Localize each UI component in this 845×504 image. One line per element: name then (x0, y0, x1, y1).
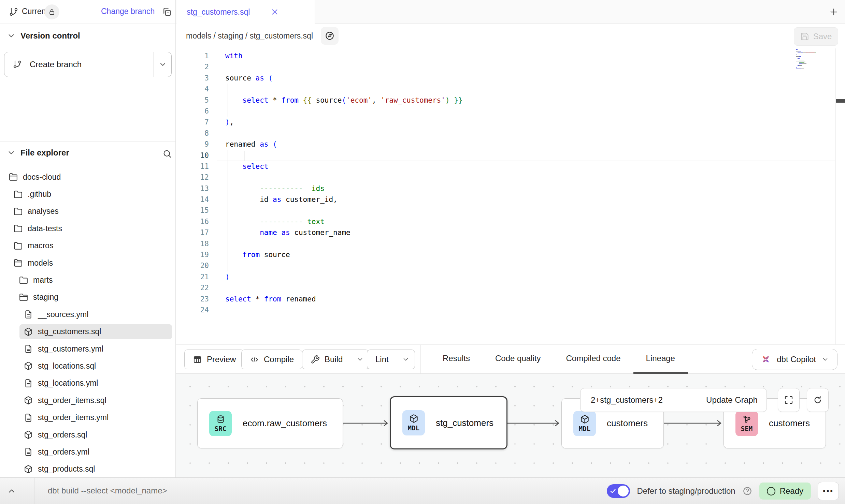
new-tab-plus-icon[interactable] (829, 7, 839, 17)
line-number-14[interactable]: 14 (176, 194, 209, 205)
search-icon[interactable] (162, 149, 172, 159)
code-line-9[interactable]: renamed as ( (225, 139, 462, 150)
code-line-8[interactable] (225, 128, 462, 139)
more-options-button[interactable]: ••• (818, 482, 839, 500)
code-content[interactable]: with source as ( select * from {{ source… (225, 50, 462, 315)
line-number-15[interactable]: 15 (176, 205, 209, 216)
fullscreen-button[interactable] (778, 388, 800, 412)
tree-item-docs-cloud[interactable]: docs-cloud (0, 168, 175, 186)
code-line-7[interactable]: ), (225, 117, 462, 128)
code-line-10[interactable] (225, 150, 462, 161)
selector-input[interactable]: 2+stg_customers+2 (581, 388, 697, 412)
code-line-3[interactable]: source as ( (225, 73, 462, 84)
code-line-6[interactable] (225, 106, 462, 117)
dbt-copilot-button[interactable]: dbt Copilot (752, 349, 837, 370)
tree-item-stg-products-sql[interactable]: stg_products.sql (0, 461, 175, 478)
line-number-13[interactable]: 13 (176, 183, 209, 194)
version-control-header[interactable]: Version control (7, 31, 80, 41)
code-line-17[interactable]: name as customer_name (225, 227, 462, 238)
tree-item-stg-customers-sql[interactable]: stg_customers.sql (0, 323, 175, 340)
code-line-23[interactable]: select * from renamed (225, 294, 462, 305)
line-number-1[interactable]: 1 (176, 50, 209, 61)
line-number-24[interactable]: 24 (176, 305, 209, 315)
minimap[interactable] (796, 49, 830, 73)
build-dropdown[interactable] (351, 350, 369, 369)
help-icon[interactable] (742, 486, 753, 496)
line-number-5[interactable]: 5 (176, 95, 209, 106)
code-line-22[interactable] (225, 282, 462, 293)
line-number-21[interactable]: 21 (176, 271, 209, 282)
code-line-5[interactable]: select * from {{ source('ecom', 'raw_cus… (225, 95, 462, 106)
tab-compiled-code[interactable]: Compiled code (553, 345, 633, 374)
tab-results[interactable]: Results (430, 345, 483, 374)
line-number-3[interactable]: 3 (176, 73, 209, 84)
tree-item-stg-locations-yml[interactable]: stg_locations.yml (0, 375, 175, 392)
ready-status-badge[interactable]: Ready (759, 483, 811, 500)
line-number-12[interactable]: 12 (176, 172, 209, 183)
line-number-6[interactable]: 6 (176, 106, 209, 117)
tree-item--github[interactable]: .github (0, 186, 175, 203)
tab-code-quality[interactable]: Code quality (483, 345, 553, 374)
line-number-8[interactable]: 8 (176, 128, 209, 139)
code-line-21[interactable]: ) (225, 271, 462, 282)
code-line-11[interactable]: select (225, 161, 462, 172)
code-line-12[interactable] (225, 172, 462, 183)
create-branch-dropdown[interactable] (154, 52, 171, 77)
code-line-2[interactable] (225, 61, 462, 72)
line-number-gutter[interactable]: 123456789101112131415161718192021222324 (176, 50, 209, 315)
lineage-node-stg-customers[interactable]: MDL stg_customers (390, 396, 507, 449)
line-number-16[interactable]: 16 (176, 216, 209, 227)
code-editor[interactable]: 123456789101112131415161718192021222324 … (176, 48, 845, 344)
code-line-19[interactable]: from source (225, 249, 462, 260)
code-line-13[interactable]: ---------- ids (225, 183, 462, 194)
tree-item-models[interactable]: models (0, 254, 175, 271)
lineage-canvas[interactable]: SRC ecom.raw_customers MDL stg_customers… (176, 374, 845, 477)
close-icon[interactable] (270, 8, 279, 16)
lint-dropdown[interactable] (397, 350, 415, 369)
line-number-18[interactable]: 18 (176, 238, 209, 249)
line-number-10[interactable]: 10 (176, 150, 209, 161)
defer-toggle[interactable] (607, 484, 630, 498)
tree-item-data-tests[interactable]: data-tests (0, 220, 175, 237)
file-explorer-header[interactable]: File explorer (7, 148, 69, 158)
line-number-17[interactable]: 17 (176, 227, 209, 238)
line-number-4[interactable]: 4 (176, 84, 209, 94)
update-graph-button[interactable]: Update Graph (697, 388, 767, 412)
code-line-24[interactable] (225, 305, 462, 315)
tab-lineage[interactable]: Lineage (633, 345, 688, 374)
tree-item-marts[interactable]: marts (0, 271, 175, 288)
change-branch-link[interactable]: Change branch (101, 7, 155, 16)
line-number-9[interactable]: 9 (176, 139, 209, 150)
save-button[interactable]: Save (794, 27, 838, 46)
tree-item-stg-locations-sql[interactable]: stg_locations.sql (0, 357, 175, 374)
tree-item-analyses[interactable]: analyses (0, 203, 175, 220)
preview-button[interactable]: Preview (184, 350, 244, 369)
compile-button[interactable]: Compile (241, 350, 302, 369)
tree-item--sources-yml[interactable]: __sources.yml (0, 306, 175, 323)
tree-item-stg-order-items-sql[interactable]: stg_order_items.sql (0, 392, 175, 409)
line-number-7[interactable]: 7 (176, 117, 209, 128)
code-line-20[interactable] (225, 260, 462, 271)
create-branch-button[interactable]: Create branch (4, 52, 154, 77)
line-number-20[interactable]: 20 (176, 260, 209, 271)
copy-icon[interactable] (162, 6, 172, 17)
code-line-1[interactable]: with (225, 50, 462, 61)
line-number-19[interactable]: 19 (176, 249, 209, 260)
tree-item-stg-orders-yml[interactable]: stg_orders.yml (0, 443, 175, 460)
refresh-button[interactable] (807, 388, 829, 412)
code-line-15[interactable] (225, 205, 462, 216)
code-line-14[interactable]: id as customer_id, (225, 194, 462, 205)
tree-item-stg-orders-sql[interactable]: stg_orders.sql (0, 426, 175, 443)
tree-item-staging[interactable]: staging (0, 289, 175, 306)
copilot-explore-button[interactable] (321, 27, 339, 45)
line-number-22[interactable]: 22 (176, 282, 209, 293)
line-number-23[interactable]: 23 (176, 294, 209, 305)
command-input[interactable]: dbt build --select <model_name> (48, 486, 167, 495)
code-line-4[interactable] (225, 84, 462, 94)
code-line-18[interactable] (225, 238, 462, 249)
tree-item-stg-customers-yml[interactable]: stg_customers.yml (0, 340, 175, 357)
tab-stg-customers-sql[interactable]: stg_customers.sql (176, 0, 315, 24)
code-line-16[interactable]: ---------- text (225, 216, 462, 227)
lineage-node-source[interactable]: SRC ecom.raw_customers (197, 398, 343, 448)
lint-button[interactable]: Lint (367, 350, 397, 369)
